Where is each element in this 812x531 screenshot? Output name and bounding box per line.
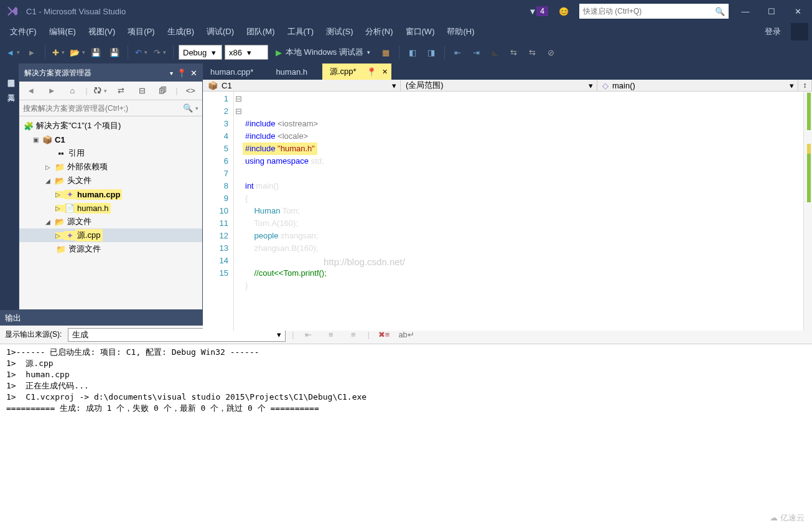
split-button[interactable]: ↕ xyxy=(798,80,812,91)
tree-solution-root[interactable]: 🧩 解决方案"C1"(1 个项目) xyxy=(19,119,202,133)
main-toolbar: ◄ ► ✚ 📂 💾 💾 ↶ ↷ Debug▾ x86▾ ▶ 本地 Windows… xyxy=(0,41,812,63)
project-icon: 📦 xyxy=(208,81,218,90)
tree-external-deps[interactable]: ▷ 📁 外部依赖项 xyxy=(19,160,202,174)
tree-references[interactable]: ▪▪ 引用 xyxy=(19,146,202,160)
menu-item-7[interactable]: 工具(T) xyxy=(281,24,320,40)
sln-forward-icon[interactable]: ► xyxy=(44,83,59,99)
panel-title: 解决方案资源管理器 xyxy=(24,68,166,78)
minimize-button[interactable]: — xyxy=(736,4,755,19)
tree-headers-folder[interactable]: ◢ 📂 头文件 xyxy=(19,174,202,187)
notifications-flag[interactable]: ▼4 xyxy=(528,6,548,16)
quick-launch-input[interactable] xyxy=(583,7,715,16)
open-button[interactable]: 📂 xyxy=(69,44,85,60)
sln-properties-icon[interactable]: 🗐 xyxy=(155,83,170,99)
sln-code-icon[interactable]: <> xyxy=(183,83,198,99)
expand-arrow-icon[interactable]: ▷ xyxy=(55,232,64,239)
tree-file-human-h[interactable]: ▷ 📄 human.h xyxy=(19,201,202,215)
menu-item-0[interactable]: 文件(F) xyxy=(4,24,43,40)
expand-arrow-icon[interactable]: ▷ xyxy=(55,191,64,198)
side-tab-server-explorer[interactable]: 服务器资源管理器 xyxy=(0,68,19,78)
panel-dropdown-icon[interactable]: ▾ xyxy=(170,70,173,77)
config-selector[interactable]: Debug▾ xyxy=(179,45,222,60)
feedback-icon[interactable]: 😊 xyxy=(556,3,572,19)
bookmark-button[interactable]: ◣ xyxy=(487,44,503,60)
marker-column xyxy=(803,92,812,331)
toolbar-button-3[interactable]: ◨ xyxy=(423,44,439,60)
expand-arrow-icon[interactable]: ▷ xyxy=(45,164,54,171)
menu-item-2[interactable]: 视图(V) xyxy=(82,24,121,40)
nav-member-selector[interactable]: ◇ main()▾ xyxy=(597,80,798,91)
indent-button[interactable]: ⇥ xyxy=(469,44,485,60)
folder-icon: 📂 xyxy=(54,176,65,186)
save-button[interactable]: 💾 xyxy=(88,44,104,60)
tree-sources-folder[interactable]: ◢ 📂 源文件 xyxy=(19,215,202,228)
file-tab-2[interactable]: 源.cpp*📍✕ xyxy=(322,63,391,80)
sln-sync-icon[interactable]: ⇄ xyxy=(113,83,129,99)
collapse-arrow-icon[interactable]: ◢ xyxy=(45,219,54,225)
avatar-icon[interactable] xyxy=(791,23,808,40)
nav-forward-button[interactable]: ► xyxy=(24,44,40,60)
expand-arrow-icon[interactable]: ▷ xyxy=(55,205,64,212)
toolbar-button-5[interactable]: ⇆ xyxy=(525,44,541,60)
folder-icon: 📂 xyxy=(54,217,65,227)
tree-project[interactable]: ▣ 📦 C1 xyxy=(19,133,202,146)
menu-item-11[interactable]: 帮助(H) xyxy=(441,24,480,40)
sln-collapse-icon[interactable]: ⊟ xyxy=(134,83,149,99)
method-icon: ◇ xyxy=(602,81,609,90)
tab-close-icon[interactable]: ✕ xyxy=(382,68,388,76)
nav-project-selector[interactable]: 📦 C1▾ xyxy=(203,80,401,91)
cloud-icon: ☁ xyxy=(770,513,778,522)
side-tab-toolbox[interactable]: 工具箱 xyxy=(0,83,19,93)
outdent-button[interactable]: ⇤ xyxy=(450,44,466,60)
platform-selector[interactable]: x86▾ xyxy=(225,45,268,60)
toolbar-button-4[interactable]: ⇆ xyxy=(506,44,522,60)
sln-home-icon[interactable]: ⌂ xyxy=(65,83,80,99)
menu-item-6[interactable]: 团队(M) xyxy=(240,24,281,40)
toolbar-button-2[interactable]: ◧ xyxy=(404,44,421,60)
output-text[interactable]: 1>------ 已启动生成: 项目: C1, 配置: Debug Win32 … xyxy=(0,344,812,531)
nav-scope-selector[interactable]: (全局范围)▾ xyxy=(401,80,597,91)
menu-bar: 文件(F)编辑(E)视图(V)项目(P)生成(B)调试(D)团队(M)工具(T)… xyxy=(0,22,812,41)
nav-back-button[interactable]: ◄ xyxy=(5,44,21,60)
pin-icon[interactable]: 📍 xyxy=(366,67,376,77)
line-numbers: 123456789101112131415 xyxy=(203,92,234,331)
menu-item-4[interactable]: 生成(B) xyxy=(161,24,200,40)
file-tab-1[interactable]: human.h xyxy=(268,63,322,80)
code-content[interactable]: #include <iostream>#include <locale>#inc… xyxy=(243,92,803,331)
file-tab-0[interactable]: human.cpp* xyxy=(203,63,268,80)
undo-button[interactable]: ↶ xyxy=(133,44,149,60)
menu-item-5[interactable]: 调试(D) xyxy=(200,24,240,40)
panel-close-icon[interactable]: ✕ xyxy=(190,68,197,78)
sln-search-input[interactable] xyxy=(23,104,183,113)
toolbar-button-6[interactable]: ⊘ xyxy=(543,44,559,60)
tree-file-source-cpp[interactable]: ▷ ✦ 源.cpp xyxy=(19,228,202,242)
redo-button[interactable]: ↷ xyxy=(152,44,168,60)
tree-file-human-cpp[interactable]: ▷ ✦ human.cpp xyxy=(19,187,202,201)
maximize-button[interactable]: ☐ xyxy=(762,4,781,19)
quick-launch-search[interactable]: 🔍 xyxy=(579,4,729,19)
menu-item-10[interactable]: 窗口(W) xyxy=(399,24,441,40)
menu-item-1[interactable]: 编辑(E) xyxy=(43,24,82,40)
new-project-button[interactable]: ✚ xyxy=(50,44,67,60)
fold-column[interactable]: ⊟⊟ xyxy=(234,92,243,331)
sln-back-icon[interactable]: ◄ xyxy=(23,83,39,99)
sln-refresh-icon[interactable]: 🗘 xyxy=(93,83,108,99)
close-button[interactable]: ✕ xyxy=(788,4,807,19)
toolbar-button-1[interactable]: ▦ xyxy=(378,44,394,60)
cpp-file-icon: ✦ xyxy=(64,231,75,240)
solution-explorer-search[interactable]: 🔍 ▾ xyxy=(19,100,202,116)
menu-item-9[interactable]: 分析(N) xyxy=(359,24,399,40)
menu-item-8[interactable]: 测试(S) xyxy=(320,24,359,40)
search-icon: 🔍 xyxy=(715,7,725,16)
code-editor[interactable]: 123456789101112131415 ⊟⊟ #include <iostr… xyxy=(203,92,812,331)
side-tab-strip: 服务器资源管理器 工具箱 xyxy=(0,63,19,310)
tree-resources-folder[interactable]: 📁 资源文件 xyxy=(19,242,202,256)
menu-item-3[interactable]: 项目(P) xyxy=(121,24,161,40)
start-debug-button[interactable]: ▶ 本地 Windows 调试器 ▾ xyxy=(271,44,375,60)
pin-icon[interactable]: 📍 xyxy=(177,68,187,78)
sign-in-button[interactable]: 登录 xyxy=(765,26,781,37)
collapse-arrow-icon[interactable]: ◢ xyxy=(45,177,54,184)
search-icon: 🔍 xyxy=(183,103,193,113)
expand-arrow-icon[interactable]: ▣ xyxy=(33,136,42,143)
save-all-button[interactable]: 💾 xyxy=(106,44,123,60)
